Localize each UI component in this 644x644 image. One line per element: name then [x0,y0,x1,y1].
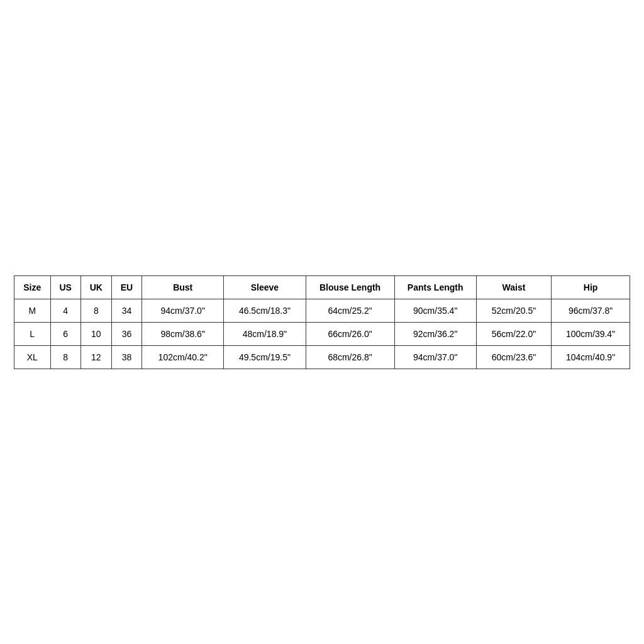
size-chart-container: Size US UK EU Bust Sleeve Blouse Length … [14,275,630,369]
header-waist: Waist [476,275,551,299]
cell-sleeve: 46.5cm/18.3" [224,299,306,322]
header-sleeve: Sleeve [224,275,306,299]
cell-bust: 94cm/37.0" [142,299,224,322]
cell-pants-length: 90cm/35.4" [394,299,476,322]
cell-us: 8 [50,345,80,369]
cell-waist: 52cm/20.5" [476,299,551,322]
cell-us: 6 [50,322,80,345]
cell-us: 4 [50,299,80,322]
cell-bust: 98cm/38.6" [142,322,224,345]
cell-uk: 12 [80,345,111,369]
cell-hip: 96cm/37.8" [552,299,630,322]
cell-sleeve: 48cm/18.9" [224,322,306,345]
cell-eu: 36 [111,322,142,345]
header-us: US [50,275,80,299]
header-pants-length: Pants Length [394,275,476,299]
header-uk: UK [80,275,111,299]
header-hip: Hip [552,275,630,299]
cell-waist: 60cm/23.6" [476,345,551,369]
cell-waist: 56cm/22.0" [476,322,551,345]
cell-blouse-length: 66cm/26.0" [306,322,394,345]
cell-hip: 100cm/39.4" [552,322,630,345]
cell-eu: 38 [111,345,142,369]
cell-uk: 8 [80,299,111,322]
cell-blouse-length: 68cm/26.8" [306,345,394,369]
table-row: M483494cm/37.0"46.5cm/18.3"64cm/25.2"90c… [14,299,630,322]
cell-pants-length: 92cm/36.2" [394,322,476,345]
cell-sleeve: 49.5cm/19.5" [224,345,306,369]
cell-size: XL [14,345,51,369]
header-eu: EU [111,275,142,299]
cell-blouse-length: 64cm/25.2" [306,299,394,322]
cell-bust: 102cm/40.2" [142,345,224,369]
cell-hip: 104cm/40.9" [552,345,630,369]
header-size: Size [14,275,51,299]
table-row: L6103698cm/38.6"48cm/18.9"66cm/26.0"92cm… [14,322,630,345]
cell-uk: 10 [80,322,111,345]
cell-eu: 34 [111,299,142,322]
cell-size: L [14,322,51,345]
cell-pants-length: 94cm/37.0" [394,345,476,369]
header-blouse-length: Blouse Length [306,275,394,299]
size-chart-table: Size US UK EU Bust Sleeve Blouse Length … [14,275,630,369]
table-row: XL81238102cm/40.2"49.5cm/19.5"68cm/26.8"… [14,345,630,369]
header-bust: Bust [142,275,224,299]
header-row: Size US UK EU Bust Sleeve Blouse Length … [14,275,630,299]
cell-size: M [14,299,51,322]
